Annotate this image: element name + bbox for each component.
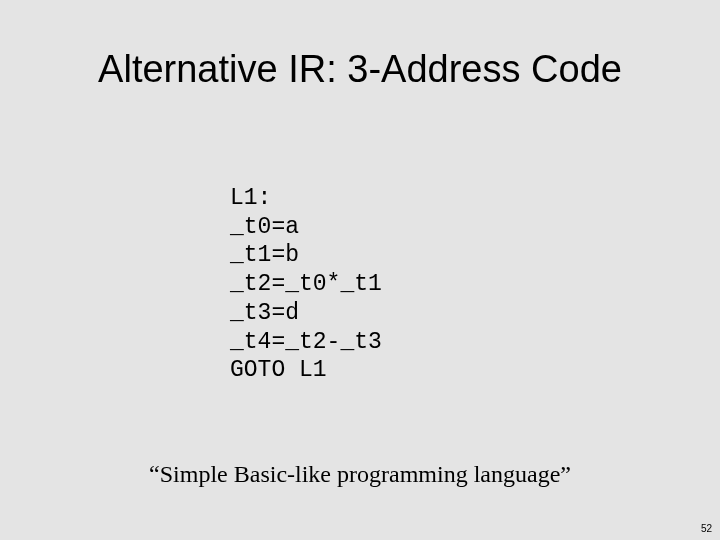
code-line: _t2=_t0*_t1	[230, 271, 382, 297]
slide-title: Alternative IR: 3-Address Code	[0, 48, 720, 91]
code-line: _t1=b	[230, 242, 299, 268]
code-line: L1:	[230, 185, 271, 211]
code-block: L1: _t0=a _t1=b _t2=_t0*_t1 _t3=d _t4=_t…	[230, 155, 382, 385]
code-line: _t4=_t2-_t3	[230, 329, 382, 355]
code-line: _t0=a	[230, 214, 299, 240]
page-number: 52	[701, 523, 712, 534]
code-line: GOTO L1	[230, 357, 327, 383]
code-line: _t3=d	[230, 300, 299, 326]
slide-caption: “Simple Basic-like programming language”	[0, 461, 720, 488]
slide: Alternative IR: 3-Address Code L1: _t0=a…	[0, 0, 720, 540]
